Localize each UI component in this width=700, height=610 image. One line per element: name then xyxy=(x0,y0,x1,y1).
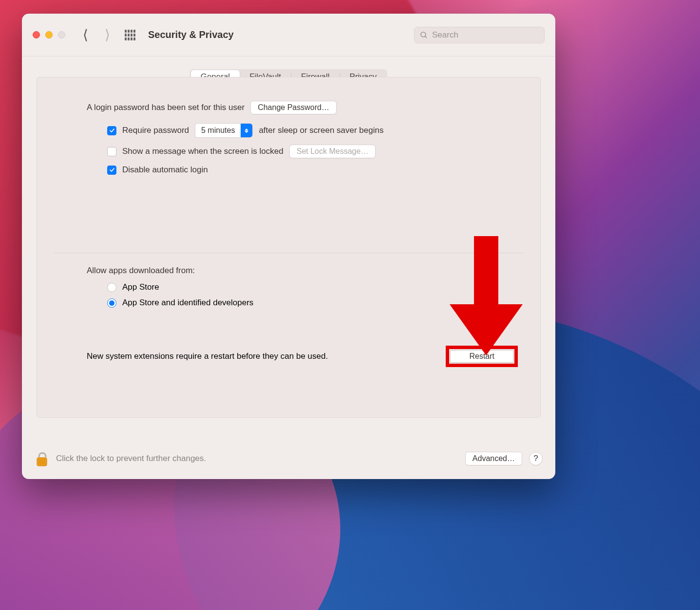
show-message-checkbox[interactable] xyxy=(107,147,116,156)
traffic-lights xyxy=(33,31,65,38)
show-all-prefs-icon[interactable] xyxy=(125,30,135,40)
require-password-checkbox[interactable] xyxy=(107,126,116,135)
require-password-delay-value: 5 minutes xyxy=(195,126,241,135)
search-field[interactable] xyxy=(414,27,545,43)
change-password-button[interactable]: Change Password… xyxy=(250,101,337,114)
disable-auto-login-checkbox[interactable] xyxy=(107,166,116,175)
minimize-window-button[interactable] xyxy=(45,31,53,38)
lock-icon[interactable] xyxy=(35,449,49,468)
forward-button[interactable]: ⟩ xyxy=(105,27,110,43)
svg-rect-2 xyxy=(37,458,47,466)
window-footer: Click the lock to prevent further change… xyxy=(22,438,555,479)
lock-help-text: Click the lock to prevent further change… xyxy=(56,454,206,463)
extensions-restart-message: New system extensions require a restart … xyxy=(87,351,328,361)
search-icon xyxy=(419,31,428,39)
show-message-label: Show a message when the screen is locked xyxy=(122,147,284,156)
set-lock-message-button[interactable]: Set Lock Message… xyxy=(289,145,376,158)
radio-identified-developers[interactable] xyxy=(107,298,116,308)
require-password-label: Require password xyxy=(122,126,189,135)
nav-arrows: ⟨ ⟩ xyxy=(83,27,110,43)
system-preferences-window: ⟨ ⟩ Security & Privacy General FileVault… xyxy=(22,14,555,479)
annotation-arrow-icon xyxy=(450,236,523,363)
svg-point-0 xyxy=(421,32,426,37)
general-panel: A login password has been set for this u… xyxy=(37,77,541,418)
login-password-text: A login password has been set for this u… xyxy=(87,103,245,112)
disable-auto-login-label: Disable automatic login xyxy=(122,165,208,175)
radio-app-store[interactable] xyxy=(107,283,116,292)
search-input[interactable] xyxy=(432,30,539,40)
svg-line-1 xyxy=(425,36,427,38)
window-toolbar: ⟨ ⟩ Security & Privacy xyxy=(22,14,555,56)
advanced-button[interactable]: Advanced… xyxy=(465,452,522,465)
radio-app-store-label: App Store xyxy=(122,282,159,292)
chevron-updown-icon xyxy=(241,124,252,137)
zoom-window-button[interactable] xyxy=(58,31,65,38)
after-sleep-text: after sleep or screen saver begins xyxy=(259,126,383,135)
back-button[interactable]: ⟨ xyxy=(83,27,88,43)
help-button[interactable]: ? xyxy=(529,452,543,465)
close-window-button[interactable] xyxy=(33,31,40,38)
window-title: Security & Privacy xyxy=(148,29,234,40)
require-password-delay-select[interactable]: 5 minutes xyxy=(195,123,253,138)
radio-identified-developers-label: App Store and identified developers xyxy=(122,298,253,308)
